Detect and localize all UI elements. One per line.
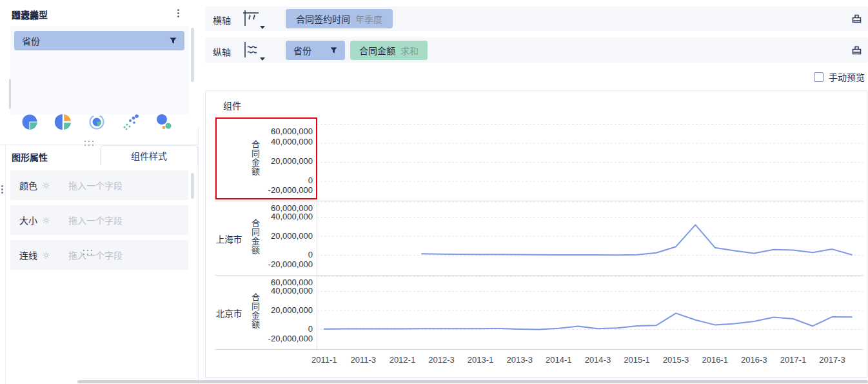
vertical-axis-dropdown-arrow[interactable] — [260, 57, 265, 61]
y-tick-label: 0 — [257, 250, 313, 259]
filter-section: 过滤器 省份 — [0, 0, 199, 127]
clear-axis-icon[interactable] — [851, 12, 863, 25]
field-name: 合同金额 — [359, 44, 395, 57]
vertical-axis-label: 纵轴 — [213, 45, 231, 58]
facet-plot — [317, 201, 863, 275]
vertical-axis-dimension-pill[interactable]: 省份 — [286, 41, 345, 60]
x-tick-label: 2011-1 — [311, 355, 337, 365]
property-label-line: 连线 — [19, 248, 37, 261]
field-name: 合同签约时间 — [296, 12, 350, 25]
x-tick-label: 2017-3 — [819, 355, 845, 365]
component-title: 组件 — [223, 99, 241, 112]
x-tick-label: 2016-3 — [741, 355, 767, 365]
x-tick-label: 2013-1 — [468, 355, 493, 365]
vertical-axis-type-icon[interactable] — [241, 40, 261, 62]
filter-resize-handle[interactable] — [83, 249, 93, 256]
filter-menu-icon[interactable] — [177, 8, 179, 18]
gear-icon[interactable] — [42, 181, 50, 190]
y-tick-label: -20,000,000 — [257, 334, 313, 343]
y-tick-label: 40,000,000 — [257, 286, 313, 296]
chart-baseline — [215, 349, 863, 350]
property-row-size[interactable]: 大小 拖入一个字段 — [10, 205, 188, 235]
manual-preview-label: 手动预览 — [829, 70, 865, 83]
property-row-color[interactable]: 颜色 拖入一个字段 — [10, 170, 188, 200]
property-placeholder: 拖入一个字段 — [68, 248, 123, 261]
tab-graphic-properties[interactable]: 图形属性 — [12, 150, 48, 163]
property-placeholder: 拖入一个字段 — [68, 179, 123, 192]
clear-axis-icon[interactable] — [851, 44, 863, 56]
y-tick-label: 40,000,000 — [257, 212, 313, 221]
aggregation-label: 求和 — [400, 44, 419, 57]
gear-icon[interactable] — [42, 216, 50, 225]
y-tick-label: -20,000,000 — [257, 259, 313, 269]
filter-title: 过滤器 — [12, 8, 39, 21]
x-tick-label: 2012-1 — [390, 355, 415, 365]
filter-pill-province[interactable]: 省份 — [14, 31, 184, 50]
x-tick-label: 2012-3 — [428, 355, 454, 365]
y-tick-label: 20,000,000 — [257, 305, 313, 315]
facet-plot — [317, 118, 863, 201]
left-config-panel: 图表类型 123 图形属性 组件样式 颜色 拖入一个字段 大小 拖入一个字段 连… — [0, 0, 199, 384]
facet-row-label: 上海市 — [212, 232, 246, 245]
field-granularity: 年季度 — [355, 12, 382, 25]
panel-rail-divider — [5, 145, 6, 384]
x-tick-label: 2015-1 — [624, 355, 649, 365]
gear-icon[interactable] — [42, 251, 50, 259]
app-root: 图表类型 123 图形属性 组件样式 颜色 拖入一个字段 大小 拖入一个字段 连… — [0, 0, 868, 384]
horizontal-axis-field-pill[interactable]: 合同签约时间 年季度 — [286, 9, 393, 28]
filter-pill-label: 省份 — [22, 34, 40, 47]
y-tick-label: 20,000,000 — [257, 231, 313, 241]
horizontal-axis-label: 横轴 — [213, 14, 231, 26]
horizontal-scrollbar[interactable] — [77, 380, 868, 383]
x-tick-label: 2016-1 — [702, 355, 727, 365]
property-label-color: 颜色 — [19, 179, 37, 192]
property-label-size: 大小 — [19, 214, 37, 227]
property-row-line[interactable]: 连线 拖入一个字段 — [10, 240, 188, 270]
tab-component-style[interactable]: 组件样式 — [100, 145, 198, 165]
vertical-axis-measure-pill[interactable]: 合同金额 求和 — [350, 41, 428, 60]
manual-preview-row: 手动预览 — [814, 70, 868, 84]
x-tick-label: 2013-3 — [506, 355, 532, 365]
chart-grid-scrollbar[interactable] — [191, 28, 194, 82]
properties-scrollbar[interactable] — [191, 173, 194, 199]
x-tick-label: 2017-1 — [780, 355, 806, 365]
vertical-axis-pills: 省份 合同金额 求和 — [286, 41, 428, 60]
pill-funnel-icon[interactable] — [330, 47, 337, 54]
filter-funnel-icon[interactable] — [170, 37, 177, 44]
panel-collapse-handle[interactable] — [1, 185, 3, 194]
horizontal-axis-dropdown-arrow[interactable] — [260, 26, 265, 29]
y-tick-label: 0 — [257, 324, 313, 334]
component-chart-panel: 组件 合同金额60,000,00040,000,00020,000,0000-2… — [205, 90, 867, 378]
horizontal-axis-type-icon[interactable] — [241, 8, 261, 30]
x-tick-label: 2015-3 — [663, 355, 689, 365]
manual-preview-checkbox[interactable] — [814, 72, 824, 82]
facet-plot — [317, 275, 863, 349]
facet-row-label: 北京市 — [212, 307, 246, 319]
panel-resize-handle[interactable] — [84, 140, 94, 147]
x-tick-label: 2014-1 — [546, 355, 571, 365]
red-highlight-box — [215, 117, 317, 199]
property-placeholder: 拖入一个字段 — [68, 214, 123, 227]
x-tick-label: 2011-3 — [351, 355, 377, 365]
field-name: 省份 — [293, 44, 311, 57]
x-tick-label: 2014-3 — [585, 355, 611, 365]
filter-drop-area[interactable]: 省份 — [10, 26, 189, 114]
